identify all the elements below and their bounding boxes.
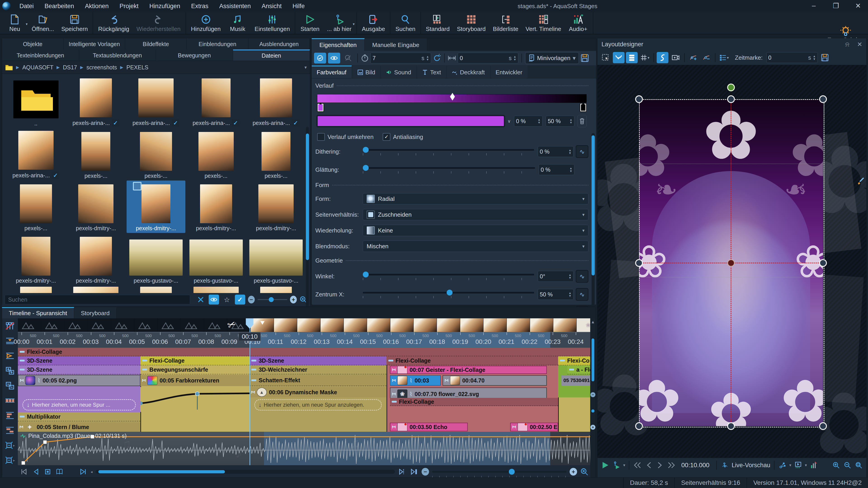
export-button[interactable]: Ausgabe [358, 12, 389, 34]
tab-manuelle-eingabe[interactable]: Manuelle Eingabe [365, 38, 427, 51]
breadcrumb[interactable]: ▶AQUASOFT▶DS17▶screenshots▶PEXELS ▾ [2, 61, 310, 74]
play-selection-button[interactable] [79, 468, 88, 476]
track-bewegungsunschaerfe[interactable]: Bewegungsunschärfe [141, 365, 250, 375]
file-item[interactable]: pexels-gustavo-... [187, 233, 246, 285]
gradient-stops[interactable] [317, 103, 587, 115]
open-button[interactable]: Öffnen... [28, 12, 58, 34]
layout-bilderliste-button[interactable]: Bilderliste [489, 12, 522, 34]
clip-farbkorrekturen[interactable]: Σ00:05 Farbkorrekturen [141, 375, 250, 386]
clear-filter-icon[interactable] [195, 295, 206, 304]
close-button[interactable]: ✕ [854, 2, 863, 10]
verlauf-umkehren-checkbox[interactable]: Verlauf umkehren [317, 133, 374, 141]
file-item-partial[interactable] [247, 285, 305, 293]
file-item[interactable]: pexels-... [6, 181, 65, 233]
dithering-slider[interactable] [363, 147, 534, 157]
track-3d-weichzeichner[interactable]: 3D-Weichzeichner [250, 365, 386, 375]
resize-handle-s[interactable] [727, 422, 735, 430]
file-item-partial[interactable] [6, 285, 65, 293]
resize-handle-w[interactable] [635, 259, 643, 267]
properties-scrollbar[interactable] [592, 133, 595, 332]
layout-standard-button[interactable]: Standard [422, 12, 454, 34]
subtab-deckkraft[interactable]: Deckkraft [447, 66, 490, 78]
files-tab-bewegungen[interactable]: Bewegungen [156, 50, 233, 61]
menu-extras[interactable]: Extras [186, 3, 214, 10]
chapter-marker-icon[interactable]: ⯆ [259, 319, 266, 328]
search-button[interactable]: Suchen [392, 12, 419, 34]
settings-button[interactable]: Einstellungen [251, 12, 293, 34]
stop-color-swatch[interactable] [317, 116, 504, 127]
file-item[interactable]: pexels-dmitry-... [67, 181, 125, 233]
pin-panel-icon[interactable]: ⍾ [845, 41, 849, 48]
layers-tool-icon[interactable] [626, 52, 638, 63]
breadcrumb-aquasoft[interactable]: AQUASOFT [22, 64, 54, 71]
breadcrumb-pexels[interactable]: PEXELS [126, 64, 148, 71]
gradient-stop-start[interactable] [317, 103, 324, 112]
seitenverhaeltnis-dropdown[interactable]: Zuschneiden▾ [363, 209, 588, 220]
play-button[interactable]: Starten [297, 12, 323, 34]
skip-end-button[interactable] [667, 461, 676, 469]
play-row-icon[interactable] [5, 351, 15, 360]
track-3d-szene-nested[interactable]: 3D-Szene [18, 365, 141, 375]
delete-stop-button[interactable] [578, 115, 587, 127]
files-tab-objekte[interactable]: Objekte [2, 38, 64, 50]
breadcrumb-ds17[interactable]: DS17 [63, 64, 77, 71]
file-item[interactable]: pexels-dmitry-... [127, 181, 185, 233]
item-checkbox[interactable] [133, 182, 142, 191]
resize-handle-se[interactable] [819, 422, 827, 430]
show-checked-button[interactable]: ✓ [235, 295, 245, 304]
stop-position-spinner[interactable]: 0 %▲▼ [514, 116, 543, 127]
file-item[interactable]: pexels-dmitry-... [67, 233, 125, 285]
redo-button[interactable]: Wiederherstellen [133, 12, 184, 34]
clip-dynamische-maske[interactable]: Σ▲00:06 Dynamische Maske [250, 387, 386, 397]
add-object-icon[interactable] [5, 366, 15, 375]
timeline-ruler[interactable]: 00:0050000:0150000:0250000:0350000:04500… [18, 332, 590, 348]
skip-range-button[interactable] [410, 468, 418, 476]
keyframes-off-icon[interactable] [5, 322, 15, 330]
minimize-button[interactable]: – [809, 2, 818, 10]
thumb-size-slider[interactable] [257, 299, 287, 300]
file-item[interactable]: pexels-... [247, 128, 305, 181]
align-bars-icon[interactable] [5, 411, 15, 420]
antialiasing-checkbox[interactable]: ✓Antialiasing [383, 133, 423, 141]
music-button[interactable]: Musik [224, 12, 251, 34]
restore-button[interactable]: ❐ [831, 2, 840, 10]
duration-spinner[interactable]: 7 s ▲▼ [370, 53, 431, 64]
track-a-flexi[interactable]: a - Flex [567, 365, 590, 375]
blendmodus-dropdown[interactable]: Mischen▾ [363, 240, 588, 252]
grid-tool-icon[interactable]: ▾ [639, 52, 651, 63]
zeitmarke-spinner[interactable]: 0 s ▲▼ [766, 52, 818, 63]
breadcrumb-dropdown-icon[interactable]: ▾ [305, 65, 307, 70]
dropzone-new-track-2[interactable]: ↓Hierher ziehen, um neue Spur anzulegen. [254, 399, 382, 411]
search-disabled-icon[interactable] [342, 53, 354, 64]
clip-geister-flexi-collage[interactable]: Σ00:07 Geister - Flexi-Collage [390, 366, 547, 374]
center-handle[interactable] [727, 259, 735, 267]
track-multiplikator[interactable]: Multiplikator [18, 412, 141, 421]
apply-toggle[interactable] [314, 53, 326, 64]
zoom-out-thumbs-button[interactable]: − [248, 296, 255, 303]
refresh-magic-icon[interactable] [433, 54, 441, 62]
add-keypoint-icon[interactable] [687, 52, 699, 63]
file-item[interactable]: pexels-dmitry-... [187, 181, 246, 233]
select-tool-icon[interactable] [600, 52, 612, 63]
menu-bearbeiten[interactable]: Bearbeiten [39, 3, 80, 10]
subtab-entwickler[interactable]: Entwickler [491, 66, 528, 78]
track-flexi-collage-inner[interactable]: Flexi-Collage [390, 398, 558, 406]
track-schatten-effekt[interactable]: Schatten-Effekt [250, 375, 386, 386]
file-item[interactable]: pexels-arina-...✓ [187, 76, 246, 128]
files-tab-textausblendungen[interactable]: Textausblendungen [79, 50, 156, 61]
undo-button[interactable]: Rückgängig [94, 12, 133, 34]
timeline-zoom-in-button[interactable]: + [569, 468, 577, 476]
favorites-button[interactable]: ☆ [222, 295, 232, 304]
color-dropdown-icon[interactable]: ∨ [507, 119, 511, 124]
search-input[interactable] [5, 295, 190, 304]
stop-spread-spinner[interactable]: 50 %▲▼ [546, 116, 575, 127]
pages-button[interactable] [55, 468, 64, 476]
play-from-here-button[interactable]: ▾ ... ab hier [323, 12, 355, 34]
play-from-marker-button[interactable] [612, 461, 621, 469]
breadcrumb-screenshots[interactable]: screenshots [87, 64, 117, 71]
stagger-bars-icon[interactable] [5, 426, 15, 435]
gradient-stop-end[interactable] [580, 103, 587, 112]
step-back-button[interactable] [644, 461, 653, 469]
glaettung-value[interactable]: 0 %▲▼ [539, 164, 575, 175]
node-view-icon[interactable] [778, 461, 787, 469]
